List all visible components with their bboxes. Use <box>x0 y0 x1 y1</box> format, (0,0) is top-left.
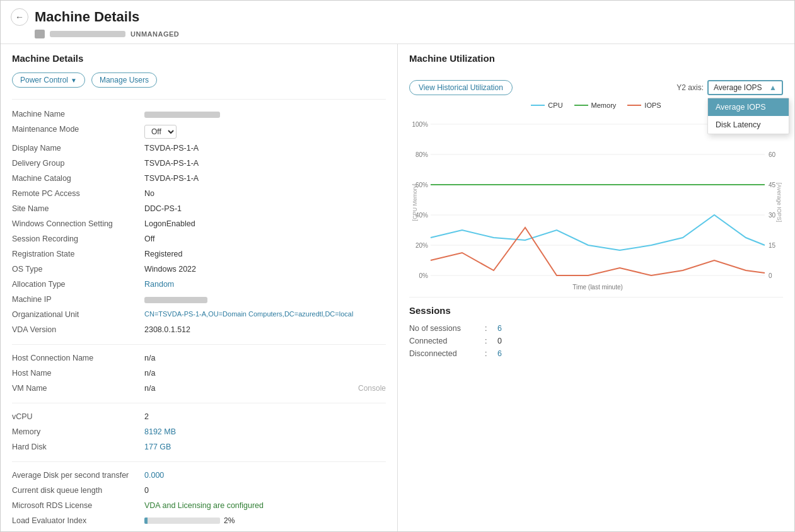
divider-2 <box>12 403 386 403</box>
utilization-header: Machine Utilization <box>409 53 783 72</box>
memory-row: Memory 8192 MB <box>12 425 386 440</box>
unmanaged-badge: UNMANAGED <box>131 30 179 38</box>
sessions-title: Sessions <box>409 305 783 316</box>
machine-name-value-blurred <box>144 112 220 118</box>
app-container: ← Machine Details UNMANAGED Machine Deta… <box>0 0 795 532</box>
main-content: Machine Details Power Control ▼ Manage U… <box>1 44 794 531</box>
site-name-label: Site Name <box>12 204 144 213</box>
machine-catalog-label: Machine Catalog <box>12 174 144 183</box>
rds-license-label: Microsoft RDS License <box>12 501 144 510</box>
org-unit-label: Organizational Unit <box>12 310 144 319</box>
svg-text:[CPU Memory]: [CPU Memory] <box>412 183 418 221</box>
machine-ip-label: Machine IP <box>12 295 144 304</box>
allocation-label: Allocation Type <box>12 280 144 289</box>
session-row-total: No of sessions : 6 <box>409 322 783 335</box>
vda-version-row: VDA Version 2308.0.1.512 <box>12 323 386 338</box>
svg-text:0: 0 <box>769 272 772 279</box>
os-type-value: Windows 2022 <box>144 265 386 274</box>
load-bar-container: 2% <box>144 516 235 525</box>
hard-disk-label: Hard Disk <box>12 442 144 451</box>
svg-text:45: 45 <box>769 182 776 188</box>
view-historical-button[interactable]: View Historical Utilization <box>409 80 513 95</box>
allocation-value[interactable]: Random <box>144 280 386 289</box>
site-name-value: DDC-PS-1 <box>144 204 386 213</box>
legend-memory: Memory <box>574 101 617 109</box>
allocation-row: Allocation Type Random <box>12 277 386 292</box>
sessions-disconnected-colon: : <box>485 349 497 358</box>
iops-legend-label: IOPS <box>644 101 661 109</box>
windows-conn-row: Windows Connection Setting LogonEnabled <box>12 217 386 232</box>
y2-option-disk-latency[interactable]: Disk Latency <box>708 116 789 134</box>
sessions-connected-label: Connected <box>409 337 485 345</box>
windows-conn-value: LogonEnabled <box>144 219 386 228</box>
sessions-total-value[interactable]: 6 <box>497 324 502 333</box>
machine-subtitle: UNMANAGED <box>35 30 784 38</box>
host-conn-label: Host Connection Name <box>12 354 144 362</box>
load-percent: 2% <box>224 516 235 525</box>
registration-row: Registration State Registered <box>12 247 386 262</box>
rds-license-row: Microsoft RDS License VDA and Licensing … <box>12 499 386 514</box>
power-control-button[interactable]: Power Control ▼ <box>12 72 85 88</box>
cpu-legend-line <box>531 105 545 106</box>
host-name-value: n/a <box>144 369 386 378</box>
vda-version-value: 2308.0.1.512 <box>144 325 386 334</box>
svg-text:80%: 80% <box>415 151 427 158</box>
display-name-label: Display Name <box>12 144 144 153</box>
os-type-row: OS Type Windows 2022 <box>12 262 386 277</box>
y2-option-avg-iops[interactable]: Average IOPS <box>708 98 789 116</box>
iops-legend-line <box>627 105 641 106</box>
y2-axis-label: Y2 axis: <box>676 83 704 92</box>
y2-selected-value: Average IOPS <box>714 83 762 92</box>
org-unit-value[interactable]: CN=TSVDA-PS-1-A,OU=Domain Computers,DC=a… <box>144 310 386 318</box>
display-name-row: Display Name TSVDA-PS-1-A <box>12 141 386 156</box>
sessions-connected-value: 0 <box>497 337 502 345</box>
registration-value: Registered <box>144 250 386 258</box>
display-name-value: TSVDA-PS-1-A <box>144 144 386 153</box>
manage-users-button[interactable]: Manage Users <box>91 72 157 88</box>
y2-select-button[interactable]: Average IOPS ▲ <box>707 80 783 95</box>
svg-text:[Average IOPS]: [Average IOPS] <box>776 183 782 222</box>
memory-legend-line <box>574 105 588 106</box>
svg-text:20%: 20% <box>415 242 427 249</box>
chart-area: 100% 80% 60% 40% 20% 0% 75 60 45 30 15 0 <box>409 114 783 297</box>
windows-conn-label: Windows Connection Setting <box>12 219 144 228</box>
memory-label: Memory <box>12 427 144 436</box>
chart-controls: View Historical Utilization Y2 axis: Ave… <box>409 80 783 95</box>
sessions-total-colon: : <box>485 324 497 333</box>
host-name-row: Host Name n/a <box>12 366 386 381</box>
machine-catalog-row: Machine Catalog TSVDA-PS-1-A <box>12 171 386 187</box>
session-recording-label: Session Recording <box>12 234 144 243</box>
hard-disk-value: 177 GB <box>144 442 386 451</box>
session-row-disconnected: Disconnected : 6 <box>409 347 783 360</box>
vcpu-row: vCPU 2 <box>12 410 386 425</box>
legend-cpu: CPU <box>531 101 562 109</box>
maintenance-mode-select[interactable]: Off On <box>144 125 177 139</box>
y2-dropdown-arrow: ▲ <box>769 83 777 92</box>
svg-text:0%: 0% <box>419 272 428 279</box>
svg-text:60: 60 <box>769 151 776 158</box>
avg-disk-row: Average Disk per second transfer 0.000 <box>12 468 386 483</box>
machine-name-row: Machine Name <box>12 107 386 122</box>
remote-pc-label: Remote PC Access <box>12 189 144 198</box>
site-name-row: Site Name DDC-PS-1 <box>12 202 386 217</box>
org-unit-row: Organizational Unit CN=TSVDA-PS-1-A,OU=D… <box>12 308 386 323</box>
sessions-disconnected-value[interactable]: 6 <box>497 349 502 358</box>
vcpu-value: 2 <box>144 412 386 421</box>
svg-text:30: 30 <box>769 212 776 219</box>
registration-label: Registration State <box>12 250 144 258</box>
hard-disk-row: Hard Disk 177 GB <box>12 440 386 455</box>
sessions-section: Sessions No of sessions : 6 Connected : … <box>409 297 783 360</box>
remote-pc-row: Remote PC Access No <box>12 187 386 202</box>
svg-text:15: 15 <box>769 242 776 249</box>
power-control-dropdown-arrow: ▼ <box>71 77 77 84</box>
back-button[interactable]: ← <box>11 8 28 26</box>
console-link[interactable]: Console <box>358 384 386 393</box>
action-buttons: Power Control ▼ Manage Users <box>12 72 386 88</box>
machine-ip-value-blurred <box>144 297 207 303</box>
divider-1 <box>12 344 386 345</box>
machine-catalog-value: TSVDA-PS-1-A <box>144 174 386 183</box>
legend-iops: IOPS <box>627 101 661 109</box>
load-bar <box>144 518 220 524</box>
maintenance-mode-label: Maintenance Mode <box>12 125 144 134</box>
y2-axis-control: Y2 axis: Average IOPS ▲ Average IOPS Dis… <box>676 80 783 95</box>
